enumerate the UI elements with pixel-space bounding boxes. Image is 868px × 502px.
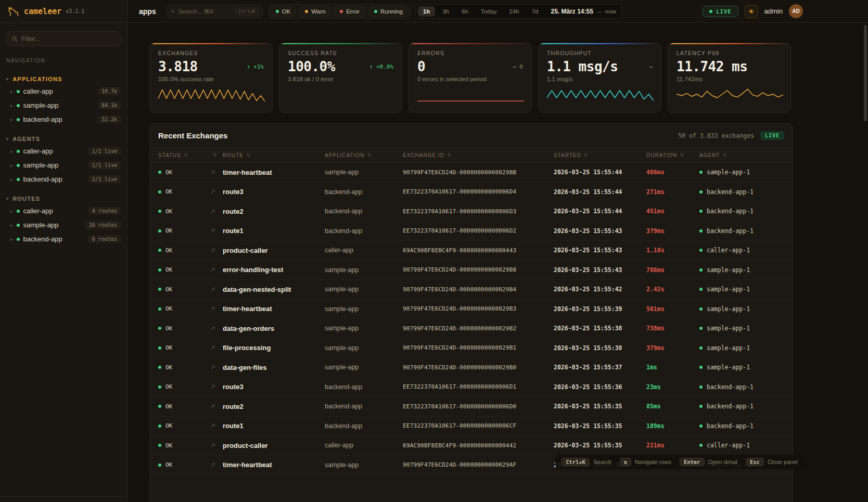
table-row[interactable]: OK ↗ route1 backend-app EE7322370A10617-… bbox=[150, 222, 793, 241]
range-button[interactable]: 7d bbox=[527, 6, 544, 17]
keyboard-hint: Esc Close panel bbox=[746, 458, 798, 466]
sidebar-item-route[interactable]: ▸ caller-app 4 routes bbox=[0, 204, 127, 218]
stat-delta: ↑ +0.0% bbox=[369, 63, 393, 70]
column-header[interactable]: DURATION ⇅ bbox=[646, 152, 699, 158]
open-detail-icon[interactable]: ↗ bbox=[210, 344, 215, 351]
status-cell: OK bbox=[158, 286, 210, 293]
range-button[interactable]: 6h bbox=[456, 6, 474, 17]
open-detail-icon[interactable]: ↗ bbox=[210, 383, 215, 390]
open-detail-icon[interactable]: ↗ bbox=[210, 227, 215, 234]
section-header-routes[interactable]: ▾ ROUTES bbox=[0, 194, 127, 204]
open-cell: ↗ bbox=[210, 208, 223, 215]
table-row[interactable]: OK ↗ product-caller caller-app 69AC90BF8… bbox=[150, 241, 793, 261]
ok-status-dot bbox=[158, 464, 161, 467]
table-row[interactable]: OK ↗ error-handling-test sample-app 9079… bbox=[150, 261, 793, 280]
sidebar-item-route[interactable]: ▸ sample-app 16 routes bbox=[0, 218, 127, 232]
ok-status-dot bbox=[158, 307, 161, 311]
section-header-applications[interactable]: ▾ APPLICATIONS bbox=[0, 74, 127, 84]
table-row[interactable]: OK ↗ data-gen-nested-split sample-app 90… bbox=[150, 280, 793, 300]
sidebar-item-agent[interactable]: ▸ sample-app 1/1 live bbox=[0, 158, 127, 172]
sidebar-item-route[interactable]: ▸ backend-app 6 routes bbox=[0, 232, 127, 246]
stat-card[interactable]: ERRORS 0 → 0 0 errors in selected period bbox=[409, 43, 532, 113]
open-detail-icon[interactable]: ↗ bbox=[210, 461, 215, 468]
app-root: cameleer v3.2.1 NAVIGATION ▾ APPLICATION… bbox=[0, 0, 868, 502]
sparkline-chart bbox=[547, 85, 654, 104]
open-detail-icon[interactable]: ↗ bbox=[210, 305, 215, 312]
column-header[interactable]: EXCHANGE ID ⇅ bbox=[403, 152, 554, 158]
hint-label: Close panel bbox=[768, 459, 798, 465]
open-detail-icon[interactable]: ↗ bbox=[210, 286, 215, 293]
item-badge: 1/1 live bbox=[88, 161, 121, 169]
sidebar-item-application[interactable]: ▸ backend-app 32.2k bbox=[0, 112, 127, 126]
column-header[interactable]: APPLICATION ⇅ bbox=[325, 152, 403, 158]
table-row[interactable]: OK ↗ route2 backend-app EE7322370A10617-… bbox=[150, 397, 793, 417]
table-row[interactable]: OK ↗ data-gen-orders sample-app 90799F47… bbox=[150, 319, 793, 339]
table-row[interactable]: OK ↗ route2 backend-app EE7322370A10617-… bbox=[150, 202, 793, 222]
open-detail-icon[interactable]: ↗ bbox=[210, 403, 215, 410]
table-row[interactable]: OK ↗ route3 backend-app EE7322370A10617-… bbox=[150, 378, 793, 397]
status-text: OK bbox=[165, 383, 172, 390]
live-indicator[interactable]: LIVE bbox=[703, 6, 738, 17]
column-header[interactable]: ROUTE ⇅ bbox=[223, 152, 325, 158]
app-logo[interactable]: cameleer v3.2.1 bbox=[0, 0, 127, 23]
route-cell: product-caller bbox=[223, 442, 325, 449]
column-header[interactable]: STARTED ⇅ bbox=[554, 152, 646, 158]
table-row[interactable]: OK ↗ timer-heartbeat sample-app 90799F47… bbox=[150, 163, 793, 183]
global-search: Ctrl+K bbox=[167, 5, 263, 18]
sidebar-footer: Admin ☰ API Docs bbox=[0, 496, 127, 502]
column-header[interactable]: AGENT ⇅ bbox=[699, 152, 784, 158]
chevron-right-icon: ▸ bbox=[10, 149, 13, 154]
range-button[interactable]: 3h bbox=[437, 6, 454, 17]
status-filter-chip[interactable]: Error bbox=[334, 6, 365, 17]
exchange-id-cell: 90799F47E6CD24D-00000000000029B0 bbox=[403, 364, 554, 371]
table-row[interactable]: OK ↗ data-gen-files sample-app 90799F47E… bbox=[150, 358, 793, 378]
open-detail-icon[interactable]: ↗ bbox=[210, 247, 215, 254]
user-avatar[interactable]: AD bbox=[789, 4, 803, 18]
sidebar-item-agent[interactable]: ▸ backend-app 1/1 live bbox=[0, 172, 127, 186]
search-input[interactable] bbox=[178, 8, 233, 15]
application-cell: sample-app bbox=[325, 461, 403, 469]
sidebar-item-application[interactable]: ▸ sample-app 84.1k bbox=[0, 98, 127, 112]
open-detail-icon[interactable]: ↗ bbox=[210, 364, 215, 371]
open-detail-icon[interactable]: ↗ bbox=[210, 208, 215, 215]
agent-name: sample-app-1 bbox=[707, 305, 750, 313]
stat-card[interactable]: EXCHANGES 3.818 ↑ +1% 100.0% success rat… bbox=[149, 43, 273, 113]
table-row[interactable]: OK ↗ route1 backend-app EE7322370A10617-… bbox=[150, 417, 793, 436]
range-button[interactable]: Today bbox=[476, 6, 502, 17]
status-cell: OK bbox=[158, 442, 210, 449]
theme-toggle-button[interactable]: ☀ bbox=[745, 5, 758, 18]
table-row[interactable]: OK ↗ route3 backend-app EE7322370A10617-… bbox=[150, 183, 793, 202]
column-header[interactable]: ⇅ bbox=[210, 152, 223, 158]
open-detail-icon[interactable]: ↗ bbox=[210, 266, 215, 273]
open-cell: ↗ bbox=[210, 169, 223, 176]
sidebar-item-application[interactable]: ▸ caller-app 10.7k bbox=[0, 84, 127, 98]
status-filter-chip[interactable]: OK bbox=[270, 6, 297, 17]
open-detail-icon[interactable]: ↗ bbox=[210, 422, 215, 429]
section-header-agents[interactable]: ▾ AGENTS bbox=[0, 134, 127, 144]
application-cell: backend-app bbox=[325, 403, 403, 410]
agent-name: sample-app-1 bbox=[707, 364, 750, 371]
ok-status-dot bbox=[158, 171, 161, 174]
stat-card[interactable]: SUCCESS RATE 100.0% ↑ +0.0% 3.818 ok / 0… bbox=[279, 43, 402, 113]
stat-card[interactable]: LATENCY P99 11.742 ms 11.742ms bbox=[668, 43, 791, 113]
open-detail-icon[interactable]: ↗ bbox=[210, 325, 215, 332]
stat-card[interactable]: THROUGHPUT 1.1 msg/s → 1.1 msg/s bbox=[538, 43, 661, 113]
status-text: OK bbox=[165, 461, 172, 468]
status-filter-chip[interactable]: Running bbox=[368, 6, 409, 17]
range-button[interactable]: 24h bbox=[504, 6, 524, 17]
open-detail-icon[interactable]: ↗ bbox=[210, 442, 215, 449]
range-button[interactable]: 1h bbox=[418, 6, 435, 17]
open-detail-icon[interactable]: ↗ bbox=[210, 188, 215, 195]
status-cell: OK bbox=[158, 169, 210, 176]
column-header[interactable]: STATUS ⇅ bbox=[158, 152, 210, 158]
sidebar-item-agent[interactable]: ▸ caller-app 1/1 live bbox=[0, 144, 127, 158]
filter-input[interactable] bbox=[21, 35, 115, 43]
accent-bar bbox=[668, 43, 790, 44]
scrollbar-thumb[interactable] bbox=[864, 25, 867, 121]
open-detail-icon[interactable]: ↗ bbox=[210, 169, 215, 176]
agent-status-dot bbox=[699, 307, 703, 311]
table-row[interactable]: OK ↗ product-caller caller-app 69AC90BF8… bbox=[150, 436, 793, 456]
table-row[interactable]: OK ↗ timer-heartbeat sample-app 90799F47… bbox=[150, 300, 793, 319]
table-row[interactable]: OK ↗ file-processing sample-app 90799F47… bbox=[150, 339, 793, 358]
status-filter-chip[interactable]: Warn bbox=[299, 6, 331, 17]
